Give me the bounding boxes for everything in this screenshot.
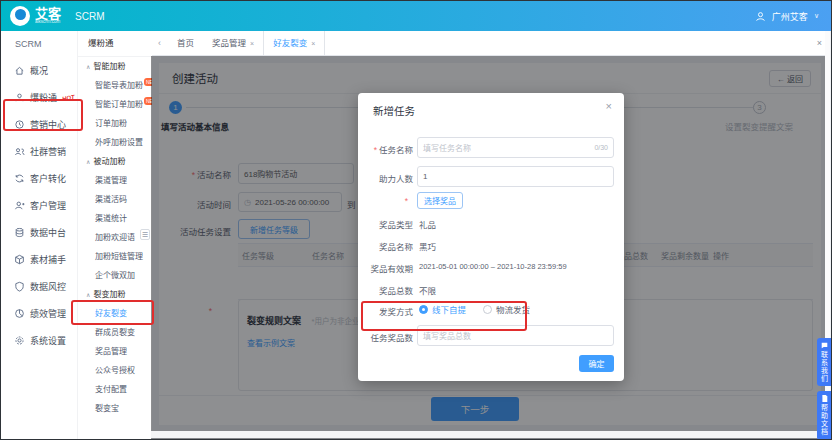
- submenu-label: 被动加粉: [93, 157, 125, 166]
- tab-label: 奖品管理: [212, 38, 246, 48]
- tabs-scroll-left-icon[interactable]: ‹: [151, 38, 168, 48]
- submenu-label: 加粉欢迎语: [95, 233, 135, 242]
- submenu-item-shortlink-management[interactable]: 加粉短链管理: [78, 247, 152, 266]
- sidebar-item-label: 爆粉通: [30, 91, 57, 104]
- horizontal-scrollbar[interactable]: [151, 431, 827, 438]
- chevron-down-icon[interactable]: ∨: [814, 12, 819, 20]
- sidebar-item-label: 概况: [30, 64, 48, 77]
- field-label: 奖品总数: [379, 286, 413, 296]
- submenu-item-channel-stats[interactable]: 渠道统计: [78, 209, 152, 228]
- home-icon: [14, 65, 25, 76]
- submenu-label: 公众号授权: [95, 366, 135, 375]
- field-label: 任务名称: [379, 145, 413, 155]
- submenu-item-order-fans[interactable]: 订单加粉: [78, 114, 152, 133]
- product-name: SCRM: [75, 11, 104, 22]
- submenu-label: 企个微双加: [95, 271, 135, 280]
- sidebar-item-data-risk[interactable]: 数据风控: [1, 273, 77, 300]
- sub-sidebar: 爆粉通 ∧智能加粉 智能导表加粉NEW 智能订单加粉NEW 订单加粉 外呼加粉设…: [77, 31, 152, 439]
- sidebar-item-data-platform[interactable]: 数据中台: [1, 219, 77, 246]
- submenu-group-passive-fans[interactable]: ∧被动加粉: [78, 152, 152, 171]
- sidebar-item-system-settings[interactable]: 系统设置: [1, 327, 77, 354]
- prize-name-value: 黑巧: [419, 240, 436, 252]
- user-menu[interactable]: 广州艾客 ∨: [755, 1, 819, 31]
- field-label: 助力人数: [379, 174, 413, 184]
- submenu-item-channel-livecode[interactable]: 渠道活码: [78, 190, 152, 209]
- sidebar-item-fan-growth[interactable]: 爆粉通 HOT: [1, 84, 77, 111]
- submenu-item-smart-table-import[interactable]: 智能导表加粉NEW: [78, 76, 152, 95]
- prize-type-value: 礼品: [419, 218, 436, 230]
- database-icon: [14, 227, 25, 238]
- radio-unselected-icon: [483, 305, 492, 314]
- field-label: 发奖方式: [379, 307, 413, 317]
- prize-name-label: 奖品名称: [358, 240, 413, 252]
- field-label: 任务奖品数: [370, 333, 413, 343]
- sidebar-item-overview[interactable]: 概况: [1, 57, 77, 84]
- tab-friend-fission[interactable]: 好友裂变×: [263, 31, 325, 55]
- submenu-item-qiwei-double-add[interactable]: 企个微双加: [78, 266, 152, 285]
- submenu-item-smart-order[interactable]: 智能订单加粉NEW: [78, 95, 152, 114]
- submenu-item-channel-management[interactable]: 渠道管理: [78, 171, 152, 190]
- tab-label: 首页: [177, 38, 194, 48]
- sidebar-item-customer-management[interactable]: 客户管理: [1, 192, 77, 219]
- task-name-input[interactable]: 填写任务名称 0/30: [417, 137, 614, 158]
- submenu-item-fission-bao[interactable]: 裂变宝: [78, 399, 152, 418]
- main-sidebar: SCRM 概况 爆粉通 HOT 营销中心 社群营销 客户转化 客户管理 数据: [1, 31, 77, 439]
- field-label: 奖品类型: [379, 220, 413, 230]
- task-name-label: *任务名称: [358, 143, 413, 155]
- user-icon: [14, 92, 25, 103]
- submenu-item-group-member-fission[interactable]: 群成员裂变: [78, 323, 152, 342]
- sidebar-item-community-marketing[interactable]: 社群营销: [1, 138, 77, 165]
- radio-selected-icon: [419, 305, 428, 314]
- submenu-label: 智能导表加粉: [95, 81, 143, 90]
- contact-us-button[interactable]: 联系我们: [817, 338, 831, 386]
- close-icon[interactable]: ×: [817, 38, 822, 48]
- required-asterisk: *: [374, 145, 377, 155]
- char-counter: 0/30: [594, 144, 608, 151]
- submenu-item-official-account-auth[interactable]: 公众号授权: [78, 361, 152, 380]
- radio-offline-pickup[interactable]: 线下自提: [419, 303, 466, 315]
- radio-label: 线下自提: [432, 303, 466, 315]
- float-button-label: 联系我们: [821, 351, 828, 383]
- sidebar-collapse-icon[interactable]: ☰: [140, 229, 150, 240]
- select-prize-button[interactable]: 选择奖品: [417, 192, 463, 209]
- submenu-item-friend-fission[interactable]: 好友裂变: [78, 304, 152, 323]
- sidebar-item-marketing-center[interactable]: 营销中心: [1, 111, 77, 138]
- sidebar-item-material-catcher[interactable]: 素材捕手: [1, 246, 77, 273]
- sidebar-item-label: 数据中台: [30, 226, 66, 239]
- sidebar-item-performance[interactable]: 绩效管理: [1, 300, 77, 327]
- float-button-label: 帮助文档: [821, 404, 828, 436]
- caret-up-icon: ∧: [86, 64, 90, 70]
- submenu-title: 爆粉通: [78, 31, 152, 57]
- help-docs-button[interactable]: 帮助文档: [817, 391, 831, 440]
- tab-home[interactable]: 首页: [168, 31, 203, 55]
- prize-validity-value: 2021-05-01 00:00:00 – 2021-10-28 23:59:5…: [419, 262, 567, 271]
- submenu-item-prize-management[interactable]: 奖品管理: [78, 342, 152, 361]
- submenu-item-payment-config[interactable]: 支付配置: [78, 380, 152, 399]
- sidebar-item-customer-conversion[interactable]: 客户转化: [1, 165, 77, 192]
- submenu-group-fission-fans[interactable]: ∧裂变加粉: [78, 285, 152, 304]
- sidebar-item-label: 绩效管理: [30, 307, 66, 320]
- task-prize-count-input[interactable]: 填写奖品总数: [417, 325, 614, 346]
- prize-total-value: 不限: [419, 284, 436, 296]
- sidebar-item-label: 数据风控: [30, 280, 66, 293]
- radio-logistics-delivery[interactable]: 物流发货: [483, 303, 530, 315]
- input-value: 1: [423, 172, 427, 181]
- submenu-label: 智能加粉: [93, 62, 125, 71]
- close-icon[interactable]: ×: [250, 40, 254, 47]
- close-icon[interactable]: ×: [606, 100, 612, 112]
- helper-count-input[interactable]: 1: [417, 166, 614, 187]
- hot-badge: HOT: [62, 93, 76, 101]
- input-placeholder: 填写任务名称: [423, 142, 471, 153]
- submenu-item-outbound-call-setting[interactable]: 外呼加粉设置: [78, 133, 152, 152]
- confirm-button[interactable]: 确定: [579, 355, 614, 372]
- sidebar-item-label: 素材捕手: [30, 253, 66, 266]
- pie-chart-icon: [14, 308, 25, 319]
- submenu-group-smart-fans[interactable]: ∧智能加粉: [78, 57, 152, 76]
- caret-up-icon: ∧: [86, 159, 90, 165]
- close-icon[interactable]: ×: [311, 40, 315, 47]
- brand-logo-icon: [10, 6, 30, 26]
- tab-prize-management[interactable]: 奖品管理×: [203, 31, 263, 55]
- sidebar-title: SCRM: [1, 31, 77, 57]
- submenu-label: 渠道统计: [95, 214, 127, 223]
- convert-icon: [14, 173, 25, 184]
